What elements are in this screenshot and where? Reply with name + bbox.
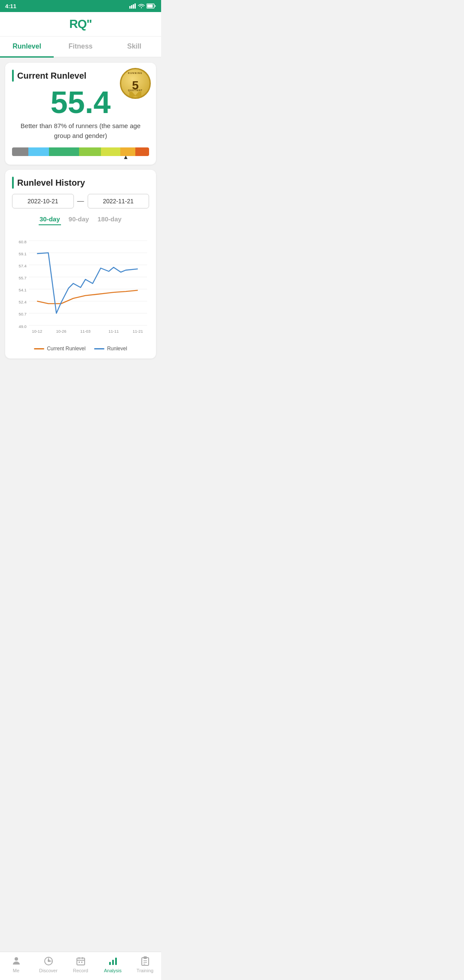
svg-rect-0 [129,6,131,9]
svg-point-30 [15,957,18,961]
svg-text:50.7: 50.7 [19,312,27,316]
status-icons [129,3,156,9]
runlevel-history-card: Runlevel History — 30-day 90-day 180-day… [5,170,156,358]
legend-current-label: Current Runlevel [47,346,85,352]
svg-text:60.8: 60.8 [19,240,27,244]
legend-runlevel-line [94,348,104,349]
tab-fitness[interactable]: Fitness [54,37,107,58]
date-range: — [12,194,149,208]
date-separator: — [77,197,84,205]
accent-bar [12,70,14,82]
nav-me-label: Me [13,968,19,973]
clipboard-icon [140,956,151,967]
svg-text:11-11: 11-11 [108,329,119,334]
svg-rect-6 [147,5,153,8]
chart-legend: Current Runlevel Runlevel [12,346,149,352]
legend-current-runlevel: Current Runlevel [34,346,85,352]
status-time: 4:11 [5,3,16,9]
legend-runlevel: Runlevel [94,346,127,352]
badge-running-label: RUNNING [128,72,143,74]
app-logo: RQ" [69,17,92,31]
svg-text:54.1: 54.1 [19,288,27,292]
runlevel-card-title: Current Runlevel [17,71,86,81]
status-bar: 4:11 [0,0,161,12]
nav-analysis[interactable]: Analysis [101,956,125,973]
runlevel-description: Better than 87% of runners (the same age… [12,121,149,141]
svg-text:55.7: 55.7 [19,276,27,280]
svg-rect-2 [133,4,134,9]
history-card-title: Runlevel History [17,178,85,188]
svg-rect-43 [115,958,117,965]
nav-me[interactable]: Me [4,956,28,973]
history-chart: 60.8 59.1 57.4 55.7 54.1 52.4 50.7 49.0 … [12,230,149,342]
svg-text:11-21: 11-21 [133,329,143,334]
badge-ribbon [129,92,141,98]
bottom-nav: Me Discover Record [0,952,161,980]
svg-rect-1 [131,5,132,9]
main-tabs: Runlevel Fitness Skill [0,37,161,58]
period-tabs: 30-day 90-day 180-day [12,214,149,225]
svg-text:10-26: 10-26 [56,329,66,334]
svg-rect-3 [134,3,136,9]
app-header: RQ" [0,12,161,37]
svg-text:52.4: 52.4 [19,300,27,304]
nav-discover-label: Discover [39,968,58,973]
current-runlevel-card: Current Runlevel RUNNING 5 QUOTIENT 55.4… [5,63,156,165]
svg-rect-41 [109,962,111,965]
svg-text:49.0: 49.0 [19,325,27,329]
legend-current-line [34,348,44,349]
svg-rect-35 [77,958,85,965]
svg-text:59.1: 59.1 [19,252,27,256]
nav-training[interactable]: Training [133,956,157,973]
seg-3 [79,147,101,156]
calendar-icon [75,956,86,967]
seg-1 [28,147,49,156]
svg-rect-40 [81,962,82,963]
seg-6 [135,147,149,156]
seg-2 [49,147,79,156]
chart-bar-icon [107,956,119,967]
chart-area: 60.8 59.1 57.4 55.7 54.1 52.4 50.7 49.0 … [12,230,149,342]
tab-skill[interactable]: Skill [107,37,161,58]
seg-0 [12,147,28,156]
svg-rect-42 [112,960,114,965]
svg-text:10-12: 10-12 [32,329,42,334]
progress-bar: ▲ [12,147,149,158]
end-date-input[interactable] [88,194,150,208]
svg-text:11-03: 11-03 [80,329,91,334]
person-icon [11,956,22,967]
legend-runlevel-label: Runlevel [107,346,127,352]
main-content: Current Runlevel RUNNING 5 QUOTIENT 55.4… [0,58,161,393]
svg-rect-39 [79,962,80,963]
nav-training-label: Training [137,968,153,973]
tab-runlevel[interactable]: Runlevel [0,37,54,58]
progress-indicator: ▲ [123,153,129,160]
nav-record-label: Record [73,968,88,973]
start-date-input[interactable] [12,194,74,208]
seg-4 [101,147,120,156]
period-30[interactable]: 30-day [39,214,61,225]
period-180[interactable]: 180-day [97,214,122,225]
rq-badge: RUNNING 5 QUOTIENT [120,68,151,99]
svg-text:57.4: 57.4 [19,264,27,268]
svg-point-4 [141,7,142,8]
nav-analysis-label: Analysis [104,968,122,973]
compass-icon [43,956,54,967]
nav-record[interactable]: Record [69,956,93,973]
history-accent-bar [12,177,14,189]
nav-discover[interactable]: Discover [37,956,61,973]
history-title-row: Runlevel History [12,177,149,189]
badge-container: RUNNING 5 QUOTIENT [120,68,151,99]
period-90[interactable]: 90-day [68,214,90,225]
svg-marker-34 [49,960,52,962]
